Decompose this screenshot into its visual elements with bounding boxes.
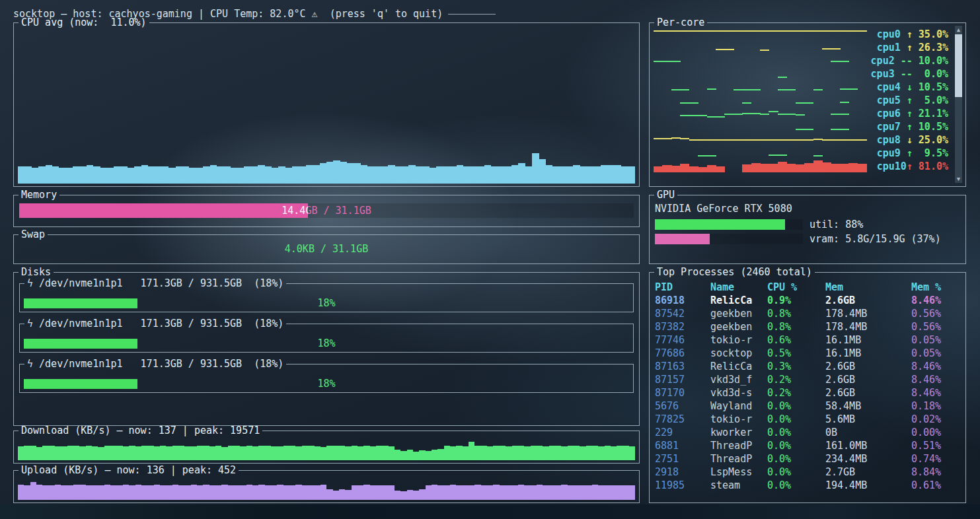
chart-bar [481, 446, 487, 460]
spark-dash [689, 30, 698, 32]
per-core-row: cpu10↑ 81.0% [654, 160, 948, 173]
core-sparkline [654, 68, 866, 80]
process-mem-percent: 0.56% [911, 308, 961, 320]
chart-bar [518, 446, 524, 460]
chart-bar [524, 485, 530, 500]
spark-dash [707, 88, 716, 90]
process-row: 87382geekben0.8%178.4MB0.56% [655, 320, 961, 333]
per-core-scrollbar[interactable]: ▲ ▼ [955, 26, 962, 183]
spark-dash [778, 114, 787, 115]
chart-bar [347, 163, 354, 184]
chart-bar [469, 485, 474, 500]
spark-dash [654, 138, 663, 139]
process-mem: 2.6GB [825, 361, 911, 372]
chart-bar [450, 446, 456, 460]
chart-bar [543, 446, 548, 460]
chart-bar [628, 166, 634, 184]
chart-bar [549, 446, 555, 460]
socktop-app: socktop — host: cachyos-gaming | CPU Tem… [0, 0, 980, 519]
border-segment [286, 324, 634, 324]
chart-bar [73, 485, 79, 500]
chart-bar [252, 446, 258, 460]
spark-bar [698, 167, 707, 172]
spark-dash [778, 155, 787, 156]
app-title: socktop — host: cachyos-gaming | CPU Tem… [13, 8, 443, 20]
scrollbar-thumb[interactable] [955, 34, 962, 97]
core-label: cpu4 ↓ 10.5% [869, 81, 948, 94]
process-row: 77686socktop0.5%16.1MB0.05% [655, 347, 961, 360]
chart-bar [587, 166, 593, 184]
chart-bar [580, 446, 585, 460]
disk-percent-label: 18% [20, 378, 633, 390]
process-pid: 2751 [655, 453, 710, 465]
per-core-row: cpu7 ↑ 10.5% [654, 120, 948, 133]
chart-bar [93, 166, 100, 184]
chart-bar [561, 446, 567, 460]
chart-bar [474, 446, 480, 460]
chart-bar [561, 485, 567, 500]
chart-bar [308, 446, 314, 460]
chart-bar [382, 446, 388, 460]
chart-bar [586, 485, 592, 500]
chart-bar [370, 446, 376, 460]
chart-bar [135, 446, 141, 460]
spark-dash [707, 139, 716, 141]
chart-bar [121, 166, 128, 184]
spark-dash [822, 48, 831, 50]
chart-bar [295, 485, 301, 500]
chart-bar [340, 162, 347, 184]
spark-dash [698, 139, 707, 141]
panel-title-row: Download (KB/s) — now: 137 | peak: 19571 [13, 424, 640, 437]
process-name: kworker [710, 427, 767, 438]
chart-bar [231, 168, 237, 184]
chart-bar [244, 166, 250, 184]
process-row: 87542geekben0.8%178.4MB0.56% [655, 307, 961, 320]
chart-bar [315, 446, 320, 460]
chart-bar [375, 166, 381, 184]
core-name: cpu5 [877, 94, 907, 106]
gpu-title: GPU [654, 188, 677, 201]
process-mem: 5.6MB [825, 413, 911, 425]
spark-dash [734, 89, 743, 90]
border-segment [13, 431, 19, 431]
spark-dash [680, 102, 689, 104]
spark-bar [840, 164, 849, 173]
spark-dash [671, 61, 681, 62]
spark-dash [831, 48, 840, 50]
chart-bar [456, 485, 462, 500]
process-name: RelicCa [710, 361, 767, 372]
chart-bar [525, 166, 532, 184]
scroll-up-icon[interactable]: ▲ [955, 26, 962, 34]
core-label: cpu8 ↓ 25.0% [869, 133, 948, 147]
process-cpu: 0.2% [767, 374, 825, 386]
chart-bar [574, 446, 580, 460]
spark-dash [786, 30, 796, 32]
chart-bar [586, 446, 592, 460]
process-cpu: 0.8% [767, 321, 825, 333]
spark-dash [822, 30, 831, 32]
scroll-down-icon[interactable]: ▼ [955, 175, 962, 183]
chart-bar [621, 166, 628, 184]
disk-panel: ϟ /dev/nvme1n1p1 171.3GB / 931.5GB (18%)… [19, 364, 634, 393]
disks-panel: Disks ϟ /dev/nvme1n1p1 171.3GB / 931.5GB… [13, 272, 640, 426]
spark-dash [698, 30, 707, 32]
chart-bar [555, 446, 561, 460]
spark-dash [680, 30, 689, 32]
chart-bar [481, 485, 487, 500]
border-segment [649, 22, 654, 23]
disk-title: ϟ /dev/nvme1n1p1 171.3GB / 931.5GB (18%) [24, 277, 286, 290]
chart-bar [251, 166, 258, 184]
memory-title: Memory [19, 188, 59, 201]
core-sparkline [654, 121, 866, 133]
spark-dash [689, 115, 698, 116]
spark-bar [716, 166, 725, 172]
process-cpu: 0.0% [767, 400, 825, 412]
spark-dash [698, 115, 707, 116]
chart-bar [135, 485, 141, 500]
spark-dash [858, 30, 867, 32]
process-mem: 234.4MB [825, 453, 911, 465]
chart-bar [381, 166, 388, 184]
chart-bar [141, 446, 147, 460]
chart-bar [18, 485, 24, 500]
disk-title: ϟ /dev/nvme1n1p1 171.3GB / 931.5GB (18%) [24, 317, 286, 330]
